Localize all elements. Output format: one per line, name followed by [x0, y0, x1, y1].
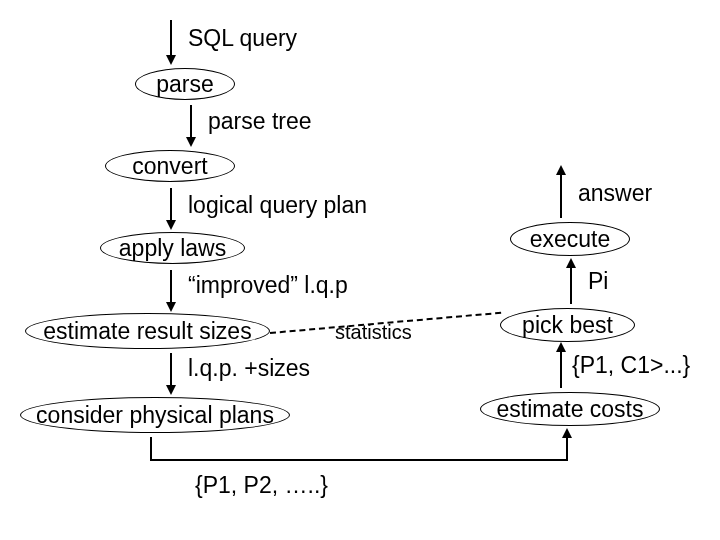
label-logical-query-plan: logical query plan	[188, 192, 367, 219]
arrow-head	[556, 342, 566, 352]
node-consider-plans: consider physical plans	[20, 397, 290, 433]
node-convert-text: convert	[132, 153, 207, 180]
arrow-head	[562, 428, 572, 438]
node-pick-best: pick best	[500, 308, 635, 342]
arrow	[560, 352, 562, 388]
arrow	[170, 20, 172, 55]
arrow	[560, 175, 562, 218]
label-improved-lqp: “improved” l.q.p	[188, 272, 348, 299]
label-pi: Pi	[588, 268, 608, 295]
arrow-head	[166, 55, 176, 65]
node-estimate-sizes: estimate result sizes	[25, 313, 270, 349]
node-estimate-costs: estimate costs	[480, 392, 660, 426]
arrow-head	[566, 258, 576, 268]
node-execute: execute	[510, 222, 630, 256]
label-answer: answer	[578, 180, 652, 207]
label-pc-set: {P1, C1>...}	[572, 352, 690, 379]
arrow	[170, 270, 172, 302]
arrow-head	[556, 165, 566, 175]
arrow	[570, 268, 572, 304]
arrow-head	[166, 385, 176, 395]
node-pick-best-text: pick best	[522, 312, 613, 339]
node-apply-laws-text: apply laws	[119, 235, 226, 262]
node-apply-laws: apply laws	[100, 232, 245, 264]
arrow-head	[166, 220, 176, 230]
node-execute-text: execute	[530, 226, 611, 253]
arrow-head	[166, 302, 176, 312]
node-parse: parse	[135, 68, 235, 100]
label-lqp-sizes: l.q.p. +sizes	[188, 355, 310, 382]
connector	[566, 438, 568, 461]
arrow-head	[186, 137, 196, 147]
arrow	[170, 188, 172, 220]
node-parse-text: parse	[156, 71, 214, 98]
node-convert: convert	[105, 150, 235, 182]
node-estimate-sizes-text: estimate result sizes	[43, 318, 251, 345]
label-p-set: {P1, P2, …..}	[195, 472, 328, 499]
label-sql-query: SQL query	[188, 25, 297, 52]
arrow	[170, 353, 172, 385]
arrow	[190, 105, 192, 137]
connector	[150, 459, 568, 461]
node-estimate-costs-text: estimate costs	[497, 396, 644, 423]
label-parse-tree: parse tree	[208, 108, 312, 135]
node-consider-plans-text: consider physical plans	[36, 402, 274, 429]
connector	[150, 437, 152, 459]
